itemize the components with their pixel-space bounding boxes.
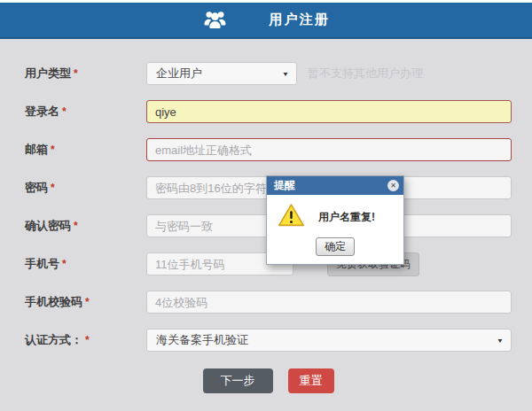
alert-dialog: 提醒 ✕ 用户名重复! 确定 (266, 175, 404, 265)
required-marker: * (85, 334, 90, 346)
user-type-hint: 暂不支持其他用户办理 (308, 66, 423, 81)
alert-message: 用户名重复! (318, 210, 375, 225)
auth-method-selected-value: 海关备案手机验证 (156, 332, 248, 348)
email-field[interactable] (146, 138, 512, 161)
auth-method-select[interactable]: 海关备案手机验证 ▼ (146, 329, 512, 352)
page-title: 用户注册 (270, 12, 330, 28)
form-row-login-name: 登录名* (25, 100, 512, 123)
form-row-email: 邮箱* (25, 138, 512, 161)
password-label: 密码* (25, 180, 146, 196)
chevron-down-icon: ▼ (497, 337, 504, 344)
required-marker: * (85, 296, 90, 308)
user-type-selected-value: 企业用户 (156, 66, 202, 81)
alert-dialog-body: 用户名重复! (267, 195, 403, 235)
chevron-down-icon: ▼ (282, 70, 289, 77)
phone-label: 手机号* (25, 256, 146, 272)
required-marker: * (74, 220, 78, 232)
required-marker: * (51, 182, 55, 194)
confirm-password-label: 确认密码* (25, 218, 146, 234)
users-icon (203, 10, 227, 30)
registration-page: 用户注册 用户类型* 企业用户 ▼ 暂不支持其他用户办理 登录名* 邮箱* (0, 0, 532, 411)
next-step-button[interactable]: 下一步 (203, 368, 273, 393)
user-type-label: 用户类型* (25, 66, 146, 81)
required-marker: * (51, 143, 55, 156)
form-row-user-type: 用户类型* 企业用户 ▼ 暂不支持其他用户办理 (25, 62, 512, 85)
form-row-phone-code: 手机校验码* (25, 291, 512, 314)
login-name-input[interactable] (146, 100, 512, 123)
alert-dialog-footer: 确定 (267, 235, 403, 264)
auth-method-label: 认证方式：* (25, 332, 146, 348)
ok-button[interactable]: 确定 (316, 237, 355, 256)
close-icon[interactable]: ✕ (387, 180, 399, 191)
warning-triangle-icon (278, 203, 305, 231)
login-name-label: 登录名* (25, 104, 146, 120)
user-type-select[interactable]: 企业用户 ▼ (146, 62, 297, 85)
email-label: 邮箱* (25, 142, 146, 158)
required-marker: * (74, 67, 78, 80)
required-marker: * (62, 105, 66, 118)
required-marker: * (62, 258, 66, 270)
page-header: 用户注册 (0, 3, 532, 39)
alert-dialog-header: 提醒 ✕ (267, 176, 403, 195)
phone-code-label: 手机校验码* (25, 294, 146, 310)
form-row-auth-method: 认证方式：* 海关备案手机验证 ▼ (25, 329, 512, 352)
form-actions: 下一步 重置 (25, 368, 512, 393)
alert-dialog-title: 提醒 (274, 178, 295, 193)
reset-button[interactable]: 重置 (288, 368, 334, 393)
phone-code-field[interactable] (146, 291, 512, 314)
